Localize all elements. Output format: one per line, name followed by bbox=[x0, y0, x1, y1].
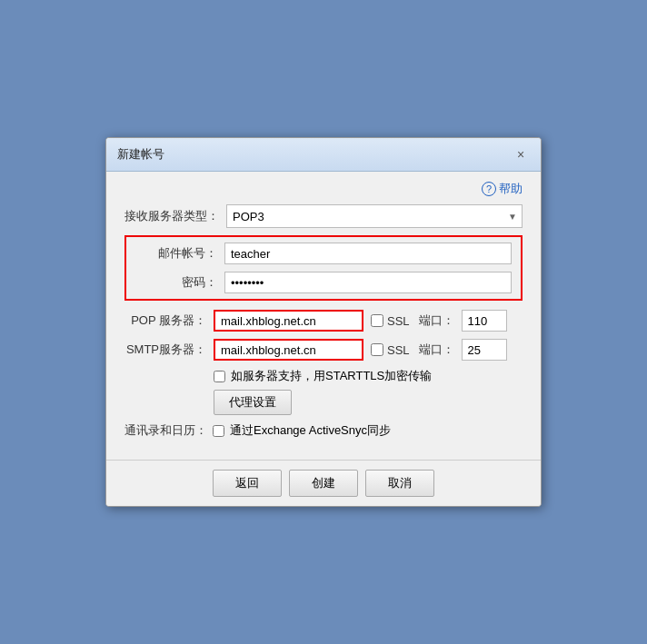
smtp-port-label: 端口： bbox=[419, 342, 454, 358]
server-type-select-wrapper: POP3 IMAP Exchange bbox=[226, 204, 523, 228]
smtp-ssl-checkbox[interactable] bbox=[371, 343, 383, 356]
server-type-row: 接收服务器类型： POP3 IMAP Exchange bbox=[124, 204, 523, 228]
server-type-label: 接收服务器类型： bbox=[124, 208, 219, 224]
help-icon: ? bbox=[482, 182, 496, 196]
starttls-checkbox[interactable] bbox=[214, 371, 225, 382]
title-bar: 新建帐号 × bbox=[106, 138, 541, 172]
help-label: 帮助 bbox=[499, 181, 523, 197]
contacts-row: 通讯录和日历： 通过Exchange ActiveSnyc同步 bbox=[124, 422, 523, 439]
back-button[interactable]: 返回 bbox=[213, 470, 282, 497]
contacts-sync-label: 通过Exchange ActiveSnyc同步 bbox=[230, 422, 391, 439]
contacts-sync-checkbox[interactable] bbox=[213, 425, 224, 437]
pop-ssl-group: SSL 端口： bbox=[371, 310, 507, 332]
proxy-row: 代理设置 bbox=[214, 390, 523, 415]
close-button[interactable]: × bbox=[512, 145, 530, 163]
starttls-label: 如服务器支持，用STARTTLS加密传输 bbox=[231, 368, 432, 384]
password-row: 密码： bbox=[135, 272, 512, 293]
pop-ssl-checkbox[interactable] bbox=[371, 314, 383, 327]
proxy-settings-button[interactable]: 代理设置 bbox=[214, 390, 292, 415]
pop-port-label: 端口： bbox=[419, 312, 454, 329]
credentials-inner: 邮件帐号： 密码： bbox=[126, 237, 521, 299]
email-input[interactable] bbox=[224, 243, 512, 264]
starttls-row: 如服务器支持，用STARTTLS加密传输 bbox=[214, 368, 523, 384]
contacts-label: 通讯录和日历： bbox=[124, 422, 207, 439]
password-input[interactable] bbox=[224, 272, 512, 293]
smtp-server-row: SMTP服务器： SSL 端口： bbox=[124, 339, 523, 361]
cancel-button[interactable]: 取消 bbox=[365, 470, 434, 497]
smtp-server-label: SMTP服务器： bbox=[124, 342, 206, 358]
smtp-ssl-label: SSL bbox=[387, 343, 410, 357]
server-type-select[interactable]: POP3 IMAP Exchange bbox=[226, 204, 523, 228]
smtp-port-input[interactable] bbox=[462, 339, 507, 361]
email-row: 邮件帐号： bbox=[135, 243, 512, 264]
password-label: 密码： bbox=[135, 274, 217, 291]
smtp-server-input[interactable] bbox=[214, 339, 363, 361]
pop-server-row: POP 服务器： SSL 端口： bbox=[124, 310, 523, 332]
pop-server-label: POP 服务器： bbox=[124, 312, 206, 329]
pop-ssl-label: SSL bbox=[387, 314, 410, 328]
dialog-footer: 返回 创建 取消 bbox=[106, 460, 541, 506]
create-button[interactable]: 创建 bbox=[289, 470, 358, 497]
help-link[interactable]: ? 帮助 bbox=[482, 181, 523, 197]
dialog-body: ? 帮助 接收服务器类型： POP3 IMAP Exchange 邮件帐号： bbox=[106, 172, 541, 460]
credentials-section: 邮件帐号： 密码： bbox=[124, 235, 523, 301]
smtp-ssl-group: SSL 端口： bbox=[371, 339, 507, 361]
new-account-dialog: 新建帐号 × ? 帮助 接收服务器类型： POP3 IMAP Exchange bbox=[105, 137, 542, 507]
email-label: 邮件帐号： bbox=[135, 245, 217, 262]
pop-port-input[interactable] bbox=[462, 310, 507, 332]
pop-server-input[interactable] bbox=[214, 310, 363, 332]
dialog-title: 新建帐号 bbox=[117, 146, 164, 163]
help-row: ? 帮助 bbox=[124, 181, 523, 197]
